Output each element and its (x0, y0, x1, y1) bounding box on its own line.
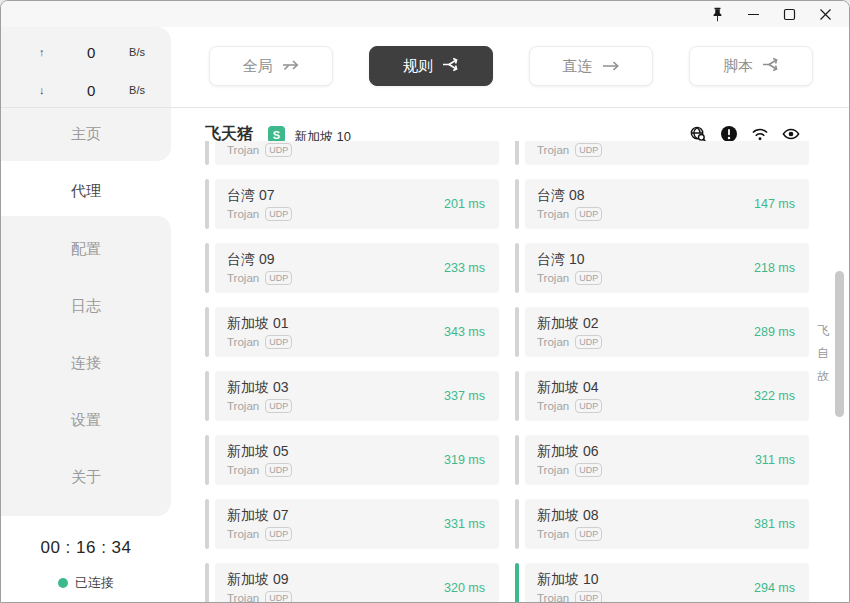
proxy-type-row: TrojanUDP (227, 335, 292, 349)
proxy-delay: 337 ms (444, 389, 485, 403)
udp-badge: UDP (575, 335, 602, 349)
proxy-protocol: Trojan (537, 464, 569, 476)
mode-label: 直连 (563, 57, 593, 76)
sidebar-item-home[interactable]: 主页 (1, 108, 171, 160)
proxy-protocol: Trojan (227, 464, 259, 476)
proxy-type-row: TrojanUDP (537, 335, 602, 349)
proxy-card-body: 新加坡 07TrojanUDP331 ms (215, 499, 499, 549)
selection-stripe (515, 371, 519, 421)
proxy-protocol: Trojan (537, 528, 569, 540)
proxy-card-body: 台湾 08TrojanUDP147 ms (525, 179, 809, 229)
minimize-icon[interactable] (735, 1, 771, 27)
proxy-list-viewport[interactable]: TrojanUDPTrojanUDP台湾 07TrojanUDP201 ms台湾… (171, 141, 831, 602)
down-arrow-icon: ↓ (39, 84, 53, 96)
upload-speed-row: ↑0B/s (1, 33, 171, 71)
maximize-icon[interactable] (771, 1, 807, 27)
selection-stripe (515, 563, 519, 602)
proxy-card[interactable]: 新加坡 07TrojanUDP331 ms (205, 499, 499, 549)
proxy-card-body: 新加坡 02TrojanUDP289 ms (525, 307, 809, 357)
proxy-protocol: Trojan (537, 208, 569, 220)
mode-button-global[interactable]: 全局 (209, 46, 333, 86)
proxy-card-body: 台湾 09TrojanUDP233 ms (215, 243, 499, 293)
mode-button-rule[interactable]: 规则 (369, 46, 493, 86)
proxy-delay: 201 ms (444, 197, 485, 211)
traffic-monitor: ↑0B/s↓0B/s (1, 27, 171, 109)
udp-badge: UDP (265, 591, 292, 603)
proxy-name: 新加坡 08 (537, 508, 602, 523)
proxy-card[interactable]: TrojanUDP (515, 141, 809, 165)
proxy-info: 新加坡 10TrojanUDP (537, 572, 602, 603)
proxy-info: 新加坡 08TrojanUDP (537, 508, 602, 541)
proxy-delay: 294 ms (754, 581, 795, 595)
group-jump-tab[interactable]: 故 (813, 365, 833, 388)
proxy-card[interactable]: 台湾 10TrojanUDP218 ms (515, 243, 809, 293)
proxy-card[interactable]: 新加坡 08TrojanUDP381 ms (515, 499, 809, 549)
scrollbar-thumb[interactable] (835, 271, 844, 417)
proxy-card[interactable]: 新加坡 05TrojanUDP319 ms (205, 435, 499, 485)
download-speed-row: ↓0B/s (1, 71, 171, 109)
udp-badge: UDP (265, 271, 292, 285)
proxy-protocol: Trojan (227, 208, 259, 220)
sidebar-item-proxies[interactable]: 代理 (1, 165, 171, 217)
selection-stripe (205, 563, 209, 602)
selection-stripe (515, 307, 519, 357)
proxy-card[interactable]: 台湾 07TrojanUDP201 ms (205, 179, 499, 229)
selection-stripe (205, 179, 209, 229)
proxy-name: 新加坡 01 (227, 316, 292, 331)
udp-badge: UDP (265, 463, 292, 477)
proxy-type-row: TrojanUDP (537, 463, 602, 477)
merge-arrow-icon (282, 58, 300, 75)
proxy-delay: 147 ms (754, 197, 795, 211)
sidebar-item-about[interactable]: 关于 (1, 451, 171, 503)
proxy-type-row: TrojanUDP (537, 143, 602, 157)
proxy-delay: 319 ms (444, 453, 485, 467)
sidebar-item-connections[interactable]: 连接 (1, 337, 171, 389)
proxy-name: 新加坡 03 (227, 380, 292, 395)
proxy-protocol: Trojan (537, 336, 569, 348)
proxy-card-body: 新加坡 05TrojanUDP319 ms (215, 435, 499, 485)
udp-badge: UDP (575, 207, 602, 221)
proxy-type-row: TrojanUDP (227, 271, 292, 285)
proxy-card-body: 新加坡 09TrojanUDP320 ms (215, 563, 499, 602)
proxy-delay: 331 ms (444, 517, 485, 531)
proxy-info: TrojanUDP (537, 141, 602, 157)
proxy-grid: TrojanUDPTrojanUDP台湾 07TrojanUDP201 ms台湾… (205, 141, 809, 602)
group-jump-tab[interactable]: 飞 (813, 319, 833, 342)
proxy-type-row: TrojanUDP (537, 399, 602, 413)
connected-dot (58, 578, 68, 588)
selection-stripe (205, 371, 209, 421)
proxy-card[interactable]: 新加坡 02TrojanUDP289 ms (515, 307, 809, 357)
proxy-card-body: 台湾 07TrojanUDP201 ms (215, 179, 499, 229)
group-jump-tab[interactable]: 自 (813, 342, 833, 365)
close-icon[interactable] (807, 1, 843, 27)
udp-badge: UDP (575, 271, 602, 285)
straight-arrow-icon (602, 58, 620, 75)
proxy-type-row: TrojanUDP (227, 143, 292, 157)
proxy-info: 新加坡 03TrojanUDP (227, 380, 292, 413)
speed-value: 0 (53, 82, 129, 99)
proxy-card[interactable]: 新加坡 10TrojanUDP294 ms (515, 563, 809, 602)
proxy-protocol: Trojan (227, 272, 259, 284)
proxy-protocol: Trojan (537, 272, 569, 284)
proxy-card[interactable]: 新加坡 01TrojanUDP343 ms (205, 307, 499, 357)
sidebar-item-profiles[interactable]: 配置 (1, 223, 171, 275)
speed-unit: B/s (129, 46, 145, 58)
proxy-card[interactable]: 台湾 08TrojanUDP147 ms (515, 179, 809, 229)
proxy-name: 新加坡 02 (537, 316, 602, 331)
proxy-card[interactable]: 新加坡 09TrojanUDP320 ms (205, 563, 499, 602)
udp-badge: UDP (265, 335, 292, 349)
udp-badge: UDP (265, 143, 292, 157)
sidebar-item-logs[interactable]: 日志 (1, 280, 171, 332)
pin-icon[interactable] (699, 1, 735, 27)
mode-button-direct[interactable]: 直连 (529, 46, 653, 86)
proxy-card[interactable]: 台湾 09TrojanUDP233 ms (205, 243, 499, 293)
sidebar-item-settings[interactable]: 设置 (1, 394, 171, 446)
proxy-card[interactable]: 新加坡 03TrojanUDP337 ms (205, 371, 499, 421)
proxy-card[interactable]: 新加坡 06TrojanUDP311 ms (515, 435, 809, 485)
mode-button-script[interactable]: 脚本 (689, 46, 813, 86)
udp-badge: UDP (265, 527, 292, 541)
proxy-card[interactable]: 新加坡 04TrojanUDP322 ms (515, 371, 809, 421)
proxy-card[interactable]: TrojanUDP (205, 141, 499, 165)
proxy-name: 台湾 08 (537, 188, 602, 203)
selection-stripe (205, 243, 209, 293)
